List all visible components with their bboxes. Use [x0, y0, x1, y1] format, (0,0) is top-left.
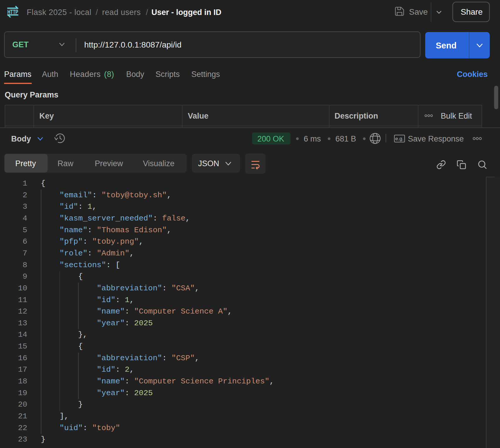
svg-text:HTTP: HTTP — [7, 8, 18, 16]
